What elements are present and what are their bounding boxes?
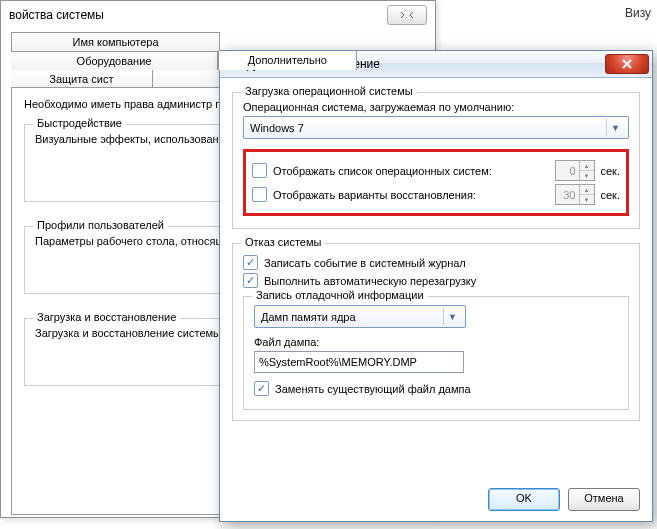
group-startup-title: Загрузка и восстановление [33, 311, 180, 323]
tab-hardware[interactable]: Оборудование [11, 51, 218, 70]
debug-info-value: Дамп памяти ядра [261, 311, 356, 323]
label-write-event: Записать событие в системный журнал [264, 257, 466, 269]
label-auto-reboot: Выполнить автоматическую перезагрузку [264, 275, 476, 287]
tab-protection[interactable]: Защита сист [11, 70, 153, 88]
spinner-os-list-secs[interactable]: 0 ▲▼ [555, 160, 595, 181]
checkbox-overwrite-dump[interactable] [254, 381, 269, 396]
group-boot-title: Загрузка операционной системы [241, 85, 417, 97]
spinner-arrows-icon: ▲▼ [579, 185, 594, 204]
dump-file-label: Файл дампа: [254, 336, 618, 348]
group-profiles-title: Профили пользователей [33, 219, 168, 231]
default-os-label: Операционная система, загружаемая по умо… [243, 101, 629, 113]
minimize-icon [400, 11, 414, 19]
checkbox-auto-reboot[interactable] [243, 273, 258, 288]
spinner-recovery-secs[interactable]: 30 ▲▼ [555, 184, 595, 205]
highlighted-options: Отображать список операционных систем: 0… [243, 149, 629, 216]
label-show-os-list: Отображать список операционных систем: [273, 165, 549, 177]
spinner-arrows-icon: ▲▼ [579, 161, 594, 180]
close-icon [622, 59, 632, 69]
dump-file-field[interactable]: %SystemRoot%\MEMORY.DMP [254, 351, 464, 373]
titlebar: войства системы [1, 1, 435, 29]
label-show-recovery: Отображать варианты восстановления: [273, 189, 549, 201]
close-button[interactable] [605, 54, 649, 74]
label-overwrite-dump: Заменять существующий файл дампа [275, 383, 471, 395]
spinner-value: 0 [556, 165, 579, 177]
window-title: войства системы [9, 8, 104, 22]
chevron-down-icon: ▼ [443, 308, 461, 325]
secs-label: сек. [601, 189, 621, 201]
debug-info-select[interactable]: Дамп памяти ядра ▼ [254, 305, 466, 328]
tab-advanced[interactable]: Дополнительно [218, 51, 357, 70]
group-debug-title: Запись отладочной информации [252, 289, 428, 301]
chevron-down-icon: ▼ [606, 119, 624, 136]
checkbox-show-recovery[interactable] [252, 187, 267, 202]
spinner-value: 30 [556, 189, 579, 201]
cancel-button[interactable]: Отмена [568, 488, 640, 511]
checkbox-write-event[interactable] [243, 255, 258, 270]
group-failure-title: Отказ системы [241, 236, 325, 248]
group-performance-title: Быстродействие [33, 117, 126, 129]
tab-computer-name[interactable]: Имя компьютера [11, 32, 220, 51]
default-os-value: Windows 7 [250, 122, 304, 134]
ok-button[interactable]: OK [488, 488, 560, 511]
checkbox-show-os-list[interactable] [252, 163, 267, 178]
truncated-text: Визу [625, 6, 651, 20]
startup-recovery-dialog: Загрузка и восстановление Загрузка опера… [219, 50, 653, 522]
secs-label: сек. [601, 165, 621, 177]
window-control-button[interactable] [387, 5, 427, 25]
default-os-select[interactable]: Windows 7 ▼ [243, 116, 629, 139]
